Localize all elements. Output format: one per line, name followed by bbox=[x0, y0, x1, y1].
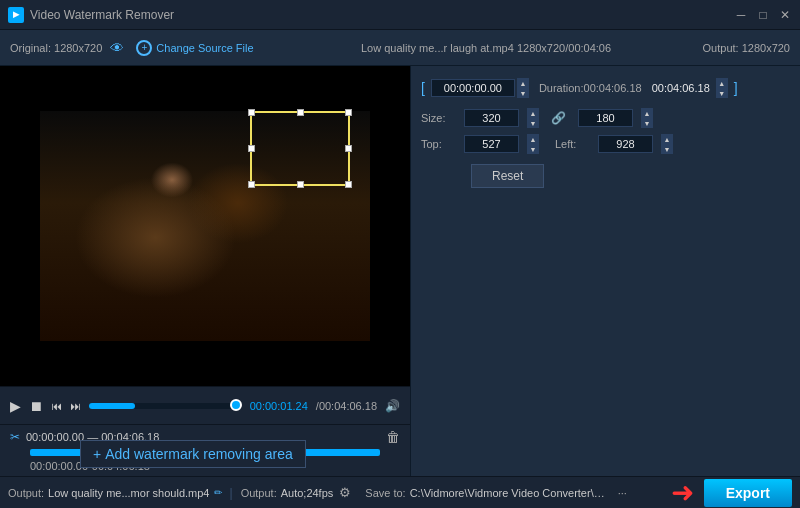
top-label: Top: bbox=[421, 138, 456, 150]
top-up[interactable]: ▲ bbox=[527, 134, 539, 144]
progress-handle[interactable] bbox=[230, 399, 242, 411]
separator: | bbox=[230, 486, 233, 500]
resize-handle-rm[interactable] bbox=[345, 145, 352, 152]
resize-handle-tm[interactable] bbox=[297, 109, 304, 116]
output-format: Auto;24fps bbox=[281, 487, 334, 499]
total-time: /00:04:06.18 bbox=[316, 400, 377, 412]
resize-handle-tr[interactable] bbox=[345, 109, 352, 116]
bottom-bar: Output: Low quality me...mor should.mp4 … bbox=[0, 476, 800, 508]
output-format-label: Output: bbox=[241, 487, 277, 499]
size-label: Size: bbox=[421, 112, 456, 124]
height-spin: ▲ ▼ bbox=[641, 108, 653, 128]
end-time-spin: ▲ ▼ bbox=[716, 78, 728, 98]
playback-controls: ▶ ⏹ ⏮ ⏭ 00:00:01.24 /00:04:06.18 🔊 bbox=[0, 386, 410, 424]
bracket-left-icon: [ bbox=[421, 80, 425, 96]
add-watermark-area-button[interactable]: + Add watermark removing area bbox=[80, 440, 306, 468]
more-options-icon[interactable]: ··· bbox=[618, 487, 627, 499]
resize-handle-lm[interactable] bbox=[248, 145, 255, 152]
close-button[interactable]: ✕ bbox=[778, 8, 792, 22]
width-down[interactable]: ▼ bbox=[527, 118, 539, 128]
left-label: Left: bbox=[555, 138, 590, 150]
eye-icon[interactable]: 👁 bbox=[110, 40, 124, 56]
resize-handle-tl[interactable] bbox=[248, 109, 255, 116]
link-icon[interactable]: 🔗 bbox=[551, 111, 566, 125]
size-row: Size: ▲ ▼ 🔗 ▲ ▼ bbox=[421, 108, 790, 128]
add-icon: + bbox=[136, 40, 152, 56]
watermark-selection-box[interactable] bbox=[250, 111, 350, 186]
end-time-display: 00:04:06.18 bbox=[652, 82, 710, 94]
height-down[interactable]: ▼ bbox=[641, 118, 653, 128]
left-up[interactable]: ▲ bbox=[661, 134, 673, 144]
export-area: ➜ Export bbox=[671, 476, 792, 508]
export-button[interactable]: Export bbox=[704, 479, 792, 507]
file-info: Low quality me...r laugh at.mp4 1280x720… bbox=[270, 42, 703, 54]
app-window: ▶ Video Watermark Remover ─ □ ✕ Original… bbox=[0, 0, 800, 508]
delete-clip-icon[interactable]: 🗑 bbox=[386, 429, 400, 445]
start-time-input[interactable] bbox=[431, 79, 515, 97]
start-time-group: ▲ ▼ bbox=[431, 78, 529, 98]
start-time-spin: ▲ ▼ bbox=[517, 78, 529, 98]
progress-bar[interactable] bbox=[89, 403, 242, 409]
resize-handle-bl[interactable] bbox=[248, 181, 255, 188]
left-down[interactable]: ▼ bbox=[661, 144, 673, 154]
current-time: 00:00:01.24 bbox=[250, 400, 308, 412]
prev-frame-button[interactable]: ⏮ bbox=[51, 400, 62, 412]
resize-handle-bm[interactable] bbox=[297, 181, 304, 188]
next-frame-button[interactable]: ⏭ bbox=[70, 400, 81, 412]
start-time-down[interactable]: ▼ bbox=[517, 88, 529, 98]
settings-icon[interactable]: ⚙ bbox=[339, 485, 351, 500]
app-title: Video Watermark Remover bbox=[30, 8, 734, 22]
window-controls: ─ □ ✕ bbox=[734, 8, 792, 22]
end-time-down[interactable]: ▼ bbox=[716, 88, 728, 98]
video-content bbox=[0, 66, 410, 386]
resize-handle-br[interactable] bbox=[345, 181, 352, 188]
save-path: C:\Vidmore\Vidmore Video Converter\Video… bbox=[410, 487, 610, 499]
edit-filename-icon[interactable]: ✏ bbox=[214, 487, 222, 498]
arrow-icon: ➜ bbox=[671, 476, 694, 508]
top-down[interactable]: ▼ bbox=[527, 144, 539, 154]
video-preview bbox=[0, 66, 410, 386]
output-label: Output: bbox=[8, 487, 44, 499]
change-source-button[interactable]: + Change Source File bbox=[136, 40, 253, 56]
duration-label: Duration:00:04:06.18 bbox=[539, 82, 642, 94]
left-spin: ▲ ▼ bbox=[661, 134, 673, 154]
top-input[interactable] bbox=[464, 135, 519, 153]
right-panel: [ ▲ ▼ Duration:00:04:06.18 00:04:06.18 ▲… bbox=[410, 66, 800, 476]
width-spin: ▲ ▼ bbox=[527, 108, 539, 128]
progress-fill bbox=[89, 403, 135, 409]
content-area: ▶ ⏹ ⏮ ⏭ 00:00:01.24 /00:04:06.18 🔊 ✂ 00:… bbox=[0, 66, 800, 476]
clip-icon: ✂ bbox=[10, 430, 20, 444]
bracket-right-icon: ] bbox=[734, 80, 738, 96]
minimize-button[interactable]: ─ bbox=[734, 8, 748, 22]
left-input[interactable] bbox=[598, 135, 653, 153]
top-spin: ▲ ▼ bbox=[527, 134, 539, 154]
output-filename: Low quality me...mor should.mp4 bbox=[48, 487, 209, 499]
time-range-row: [ ▲ ▼ Duration:00:04:06.18 00:04:06.18 ▲… bbox=[421, 74, 790, 102]
start-time-up[interactable]: ▲ bbox=[517, 78, 529, 88]
height-up[interactable]: ▲ bbox=[641, 108, 653, 118]
save-to-label: Save to: bbox=[365, 487, 405, 499]
add-area-label: Add watermark removing area bbox=[105, 446, 293, 462]
change-source-label: Change Source File bbox=[156, 42, 253, 54]
end-time-up[interactable]: ▲ bbox=[716, 78, 728, 88]
reset-button[interactable]: Reset bbox=[471, 164, 544, 188]
width-input[interactable] bbox=[464, 109, 519, 127]
clip-area: ✂ 00:00:00.00 — 00:04:06.18 🗑 00:00:00.0… bbox=[0, 424, 410, 476]
left-content: ▶ ⏹ ⏮ ⏭ 00:00:01.24 /00:04:06.18 🔊 ✂ 00:… bbox=[0, 66, 410, 476]
top-bar: Original: 1280x720 👁 + Change Source Fil… bbox=[0, 30, 800, 66]
plus-icon: + bbox=[93, 446, 101, 462]
app-icon: ▶ bbox=[8, 7, 24, 23]
position-row: Top: ▲ ▼ Left: ▲ ▼ bbox=[421, 134, 790, 154]
output-resolution-label: Output: 1280x720 bbox=[703, 42, 790, 54]
original-resolution-label: Original: 1280x720 bbox=[10, 42, 102, 54]
maximize-button[interactable]: □ bbox=[756, 8, 770, 22]
width-up[interactable]: ▲ bbox=[527, 108, 539, 118]
title-bar: ▶ Video Watermark Remover ─ □ ✕ bbox=[0, 0, 800, 30]
volume-icon[interactable]: 🔊 bbox=[385, 399, 400, 413]
play-button[interactable]: ▶ bbox=[10, 398, 21, 414]
stop-button[interactable]: ⏹ bbox=[29, 398, 43, 414]
height-input[interactable] bbox=[578, 109, 633, 127]
